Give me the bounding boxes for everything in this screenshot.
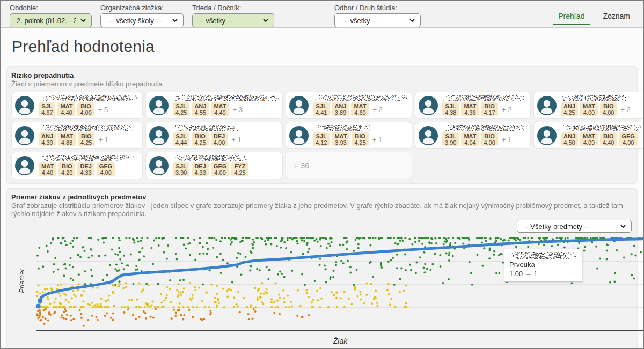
- chart-section: Priemer žiakov z jednotlivých predmetov …: [6, 188, 638, 349]
- subject-average: 3.90: [175, 169, 187, 176]
- subject-grade-badge: MAT4.40: [39, 162, 56, 176]
- subject-average: 4.20: [61, 169, 72, 176]
- subject-average: 4.67: [41, 109, 53, 116]
- subject-grade-badge: MAT4.04: [461, 132, 479, 146]
- student-card[interactable]: SJL4.41ANJ3.89MAT4.60+ 2: [286, 92, 412, 119]
- subject-code: BIO: [484, 133, 495, 139]
- student-name-redacted: [40, 125, 133, 131]
- student-card[interactable]: SJL4.67MAT4.40BIO4.00+ 5: [11, 92, 143, 119]
- subject-grade-badge: BIO4.25: [78, 132, 94, 146]
- student-card[interactable]: SJL4.12MAT3.93BIO4.25+ 1: [286, 122, 412, 149]
- subject-average: 4.25: [80, 139, 92, 146]
- student-card[interactable]: ANJ4.25MAT4.00BIO4.00+ 2: [533, 92, 644, 119]
- student-card[interactable]: SJL4.25ANJ4.55MAT4.40+ 3: [145, 92, 283, 119]
- subject-average: 4.40: [60, 109, 72, 116]
- avatar: [15, 156, 34, 175]
- subject-code: GEG: [621, 133, 634, 139]
- tooltip-value: 1.00 → 1: [509, 269, 577, 278]
- subject-code: MAT: [41, 163, 54, 169]
- chevron-down-icon: [620, 225, 626, 228]
- student-card[interactable]: SJL3.90DEJ4.33GEG4.00FYZ4.25: [145, 152, 283, 179]
- subject-average: 4.12: [316, 139, 327, 146]
- subject-average: 4.25: [354, 139, 365, 146]
- student-card-content: ANJ4.25MAT4.00BIO4.00+ 2: [561, 94, 642, 116]
- subject-code: GEG: [214, 163, 226, 169]
- subject-average: 4.25: [175, 109, 187, 116]
- student-card[interactable]: SJL3.90MAT4.04BIO4.00+ 1: [415, 122, 531, 149]
- subject-average: 4.09: [583, 139, 595, 146]
- subject-average: 4.00: [80, 109, 91, 116]
- student-name-redacted: [174, 155, 249, 161]
- student-card-content: ANJ4.50MAT4.09BIO4.40GEG4.00: [561, 124, 642, 146]
- tab-prehlad[interactable]: Prehľad: [553, 6, 590, 25]
- filter-value-obdobie: 2. polrok (01.02. - 27.06.): [17, 17, 76, 25]
- subject-average: 4.41: [316, 109, 327, 116]
- filter-select-odbor-druh-studia[interactable]: --- všetky ---: [334, 13, 421, 27]
- more-subjects-count: + 3: [232, 106, 242, 114]
- chevron-down-icon: [172, 19, 178, 22]
- subject-average: 4.00: [484, 139, 495, 146]
- subject-grade-badge: BIO4.25: [352, 132, 368, 146]
- subject-code: MAT: [354, 103, 366, 109]
- person-icon: [537, 96, 557, 115]
- subject-grade-badge: DEJ4.00: [211, 132, 228, 146]
- student-card[interactable]: SJL4.38MAT4.36BIO4.17+ 2: [415, 92, 531, 119]
- student-card[interactable]: ANJ4.30MAT4.88BIO4.25+ 1: [11, 122, 143, 149]
- subject-grade-badge: MAT3.93: [332, 132, 349, 146]
- filter-label-odbor-druh-studia: Odbor / Druh štúdia:: [334, 4, 421, 12]
- more-students-card[interactable]: + 36: [286, 152, 412, 179]
- filter-select-trieda-rocnik[interactable]: -- všetky --: [192, 13, 274, 27]
- person-icon: [15, 156, 34, 175]
- student-cards-grid: SJL4.67MAT4.40BIO4.00+ 5SJL4.25ANJ4.55MA…: [11, 92, 633, 179]
- more-subjects-count: + 1: [372, 136, 382, 144]
- student-name-redacted: [562, 125, 642, 131]
- filter-label-trieda-rocnik: Trieda / Ročník:: [192, 4, 274, 12]
- chart-section-description: Graf zobrazuje distribúciu priemerov žia…: [11, 202, 633, 218]
- subject-grades-row: SJL4.38MAT4.36BIO4.17+ 2: [442, 102, 527, 116]
- subject-code: DEJ: [194, 163, 206, 169]
- subject-code: BIO: [61, 163, 72, 169]
- subject-code: MAT: [464, 133, 476, 139]
- more-subjects-count: + 2: [620, 106, 630, 114]
- subject-code: BIO: [80, 133, 92, 139]
- filter-select-organizacna-zlozka[interactable]: --- všetky školy ---: [100, 13, 184, 27]
- person-icon: [537, 126, 557, 145]
- subject-average: 4.88: [61, 139, 73, 146]
- subject-code: BIO: [194, 133, 206, 139]
- filter-select-obdobie[interactable]: 2. polrok (01.02. - 27.06.): [10, 13, 92, 27]
- student-card[interactable]: ANJ4.50MAT4.09BIO4.40GEG4.00: [533, 122, 644, 149]
- risk-section: Riziko prepadnutia Žiaci s priemerom v p…: [6, 66, 638, 184]
- subject-average: 4.25: [234, 169, 245, 176]
- person-icon: [289, 126, 309, 145]
- subject-grades-row: SJL3.90MAT4.04BIO4.00+ 1: [442, 132, 527, 146]
- page-title: Prehľad hodnotenia: [12, 38, 638, 56]
- subject-select[interactable]: -- Všetky predmety --: [517, 220, 632, 233]
- chevron-down-icon: [263, 19, 268, 22]
- student-card[interactable]: MAT4.40BIO4.20DEJ4.33GEG4.00: [11, 152, 143, 179]
- subject-grade-badge: ANJ4.30: [39, 132, 56, 146]
- filter-bar: Obdobie:2. polrok (01.02. - 27.06.)Organ…: [1, 1, 643, 28]
- subject-average: 4.00: [214, 139, 225, 146]
- student-card-content: SJL3.90DEJ4.33GEG4.00FYZ4.25: [173, 154, 279, 176]
- subject-code: SJL: [316, 133, 327, 139]
- avatar: [289, 126, 309, 145]
- subject-grades-row: SJL4.44BIO4.25DEJ4.00+ 1: [173, 132, 279, 146]
- student-card-content: SJL4.41ANJ3.89MAT4.60+ 2: [313, 94, 408, 116]
- more-subjects-count: + 1: [231, 136, 241, 144]
- subject-grades-row: ANJ4.50MAT4.09BIO4.40GEG4.00: [561, 132, 642, 146]
- person-icon: [15, 96, 34, 115]
- person-icon: [149, 156, 169, 175]
- subject-grade-badge: SJL4.44: [173, 132, 189, 146]
- subject-grade-badge: MAT4.00: [580, 102, 598, 116]
- risk-section-title: Riziko prepadnutia: [11, 71, 633, 80]
- student-card[interactable]: SJL4.44BIO4.25DEJ4.00+ 1: [145, 122, 283, 149]
- subject-code: ANJ: [194, 103, 206, 109]
- subject-code: MAT: [334, 133, 347, 139]
- tab-zoznam[interactable]: Zoznam: [597, 6, 635, 25]
- subject-grade-badge: BIO4.17: [481, 102, 497, 116]
- avatar: [149, 96, 169, 115]
- subject-code: MAT: [583, 103, 595, 109]
- subject-grade-badge: MAT4.88: [58, 132, 76, 146]
- filter-groups: Obdobie:2. polrok (01.02. - 27.06.)Organ…: [10, 4, 429, 27]
- subject-code: BIO: [80, 103, 91, 109]
